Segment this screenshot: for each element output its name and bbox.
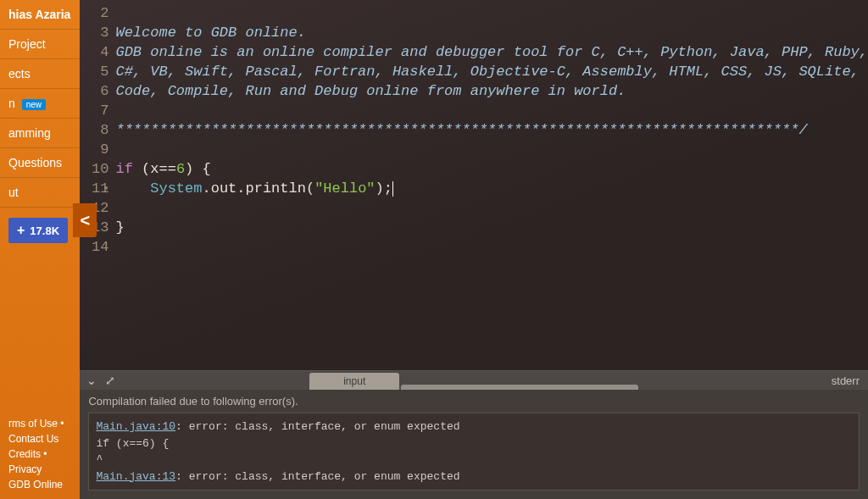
code-line[interactable]: } [115,218,868,237]
code-line[interactable]: Code, Compile, Run and Debug online from… [115,81,868,101]
line-gutter: 2345678910 ▾11121314 [80,2,115,370]
sidebar-item-questions[interactable]: Questions [0,148,80,178]
line-number: 14 [80,237,108,257]
footer-line[interactable]: rms of Use • Contact Us [8,416,71,446]
code-line[interactable]: C#, VB, Swift, Pascal, Fortran, Haskell,… [115,62,868,81]
code-editor[interactable]: 2345678910 ▾11121314 Welcome to GDB onli… [80,0,868,370]
line-number: 10 ▾ [80,159,108,179]
sidebar-footer: rms of Use • Contact Us Credits • Privac… [0,409,80,499]
main-area: 2345678910 ▾11121314 Welcome to GDB onli… [80,0,868,499]
footer-line[interactable]: GDB Online [8,477,71,492]
sidebar: hias Azaria Project ects n new amming Qu… [0,0,80,499]
plus-icon: + [17,223,25,238]
sidebar-user[interactable]: hias Azaria [0,0,80,30]
sidebar-item-ects[interactable]: ects [0,59,80,89]
line-number: 2 [80,3,108,23]
code-content[interactable]: Welcome to GDB online.GDB online is an o… [115,2,868,370]
code-line[interactable]: if (x==6) { [115,159,868,179]
console-header: ⌄ ⤢ input stderr [80,371,868,390]
console-collapse-icon[interactable]: ⌄ [86,374,97,387]
code-line[interactable]: System.out.println("Hello"); [115,179,868,198]
code-line[interactable]: GDB online is an online compiler and deb… [115,42,868,62]
sidebar-item-amming[interactable]: amming [0,119,80,148]
sidebar-item-n[interactable]: n new [0,89,80,119]
error-box: Main.java:10: error: class, interface, o… [88,413,860,491]
error-line: Main.java:10: error: class, interface, o… [96,419,852,435]
sidebar-item-label: n [8,97,15,110]
code-line[interactable] [115,237,868,257]
line-number: 4 [80,42,108,62]
console-body[interactable]: Compilation failed due to following erro… [80,390,868,499]
tab-input[interactable]: input [309,373,399,390]
code-line[interactable] [115,3,868,23]
error-link[interactable]: Main.java:10 [96,420,175,433]
error-link[interactable]: Main.java:13 [96,470,175,483]
sidebar-item-project[interactable]: Project [0,30,80,59]
line-number: 6 [80,81,108,101]
footer-line[interactable]: Credits • Privacy [8,446,71,477]
tab-output[interactable] [401,385,638,390]
code-line[interactable]: ****************************************… [115,120,868,140]
console-tabs: input [309,371,639,390]
sidebar-item-ut[interactable]: ut [0,178,80,208]
code-line[interactable]: Welcome to GDB online. [115,23,868,42]
code-line[interactable] [115,140,868,159]
console-panel: ⌄ ⤢ input stderr Compilation failed due … [80,370,868,499]
collapse-handle[interactable]: < [73,203,97,237]
line-number: 9 [80,140,108,159]
compilation-message: Compilation failed due to following erro… [88,395,860,408]
line-number: 8 [80,120,108,140]
code-line[interactable] [115,101,868,120]
code-line[interactable] [115,198,868,218]
line-number: 7 [80,101,108,120]
error-line: ^ [96,452,852,469]
line-number: 5 [80,62,108,81]
share-button[interactable]: + 17.8K [8,218,68,243]
stderr-label: stderr [832,374,868,387]
line-number: 11 [80,179,108,198]
error-line: if (x==6) { [96,435,852,452]
console-expand-icon[interactable]: ⤢ [105,374,115,387]
new-badge: new [22,99,46,110]
error-line: Main.java:13: error: class, interface, o… [96,469,852,485]
line-number: 3 [80,23,108,42]
share-count: 17.8K [30,225,59,237]
